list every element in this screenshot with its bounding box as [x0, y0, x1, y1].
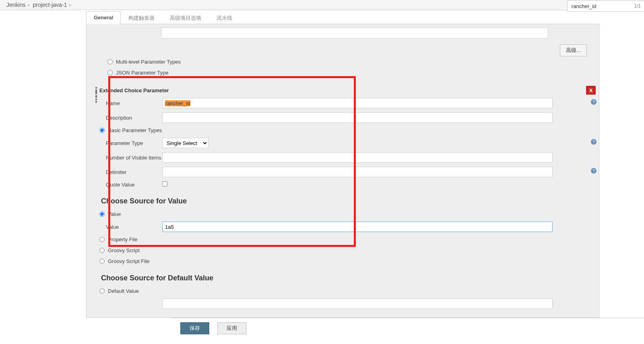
breadcrumb-jenkins[interactable]: Jenkins	[6, 2, 25, 8]
row-quote-value: Quote Value	[95, 179, 591, 190]
heading-choose-source-default: Choose Source for Default Value	[95, 267, 591, 286]
parameter-type-select[interactable]: Single Select	[162, 138, 208, 148]
radio-multi-level-input[interactable]	[107, 59, 113, 64]
find-in-page-pill: rancher_id 1/1	[567, 0, 644, 12]
tab-general[interactable]: General	[86, 11, 121, 24]
upper-block: 高级... Multi-level Parameter Types JSON P…	[87, 24, 599, 85]
radio-multi-level[interactable]: Multi-level Parameter Types	[99, 56, 587, 67]
find-in-page-count: 1/1	[634, 3, 641, 9]
radio-json[interactable]: JSON Parameter Type	[99, 67, 587, 78]
row-description: Description	[95, 110, 591, 125]
source-value-input[interactable]	[162, 222, 553, 232]
radio-source-groovy-file-input[interactable]	[99, 259, 105, 264]
radio-source-groovy-file-label: Groovy Script File	[108, 258, 149, 264]
name-input-value: rancher_id	[165, 100, 190, 106]
radio-source-value-input[interactable]	[99, 211, 105, 217]
name-input[interactable]: rancher_id	[162, 98, 553, 108]
apply-button[interactable]: 应用	[217, 322, 246, 334]
radio-json-input[interactable]	[107, 70, 113, 75]
radio-source-groovy-script[interactable]: Groovy Script	[95, 245, 591, 256]
save-button[interactable]: 保存	[180, 322, 209, 334]
radio-source-groovy-script-input[interactable]	[99, 248, 105, 253]
radio-source-groovy-script-label: Groovy Script	[108, 247, 140, 253]
radio-default-value-label: Default Value	[108, 288, 139, 294]
parameter-header-label: Extended Choice Parameter	[99, 87, 169, 93]
label-delimiter: Delimiter	[106, 169, 162, 175]
description-input[interactable]	[162, 112, 553, 123]
extended-choice-parameter-block: X Extended Choice Parameter Name rancher…	[87, 85, 599, 317]
radio-source-value[interactable]: Value	[95, 209, 591, 220]
drag-handle-icon[interactable]	[95, 87, 97, 93]
tab-advanced-options[interactable]: 高级项目选项	[162, 11, 209, 24]
row-visible-items: Number of Visible Items	[95, 150, 591, 165]
tab-strip: General 构建触发器 高级项目选项 流水线	[86, 11, 644, 24]
delimiter-input[interactable]	[162, 167, 553, 177]
label-quote-value: Quote Value	[106, 182, 162, 188]
help-icon[interactable]: ?	[591, 168, 597, 174]
label-name: Name	[106, 100, 162, 106]
help-icon[interactable]: ?	[591, 139, 597, 145]
radio-json-label: JSON Parameter Type	[116, 70, 169, 76]
heading-choose-source-value: Choose Source for Value	[95, 190, 591, 209]
radio-source-groovy-file[interactable]: Groovy Script File	[95, 256, 591, 267]
row-delimiter: Delimiter ?	[95, 165, 591, 179]
chevron-right-icon: ▸	[69, 2, 72, 8]
breadcrumb: Jenkins ▸ project-java-1 ▸ rancher_id 1/…	[0, 0, 644, 10]
radio-source-property-file-label: Property File	[108, 236, 138, 242]
tab-pipeline[interactable]: 流水线	[209, 11, 240, 24]
row-parameter-type: Parameter Type Single Select ?	[95, 136, 591, 150]
tab-build-triggers[interactable]: 构建触发器	[121, 11, 162, 24]
label-visible-items: Number of Visible Items	[106, 155, 162, 161]
radio-default-value-input[interactable]	[99, 288, 105, 294]
radio-basic-parameter-types-input[interactable]	[99, 128, 105, 133]
unknown-text-input[interactable]	[161, 27, 548, 39]
visible-items-input[interactable]	[162, 152, 553, 163]
help-icon[interactable]: ?	[591, 99, 597, 105]
row-name: Name rancher_id ?	[95, 96, 591, 110]
radio-source-value-label: Value	[108, 211, 121, 217]
breadcrumb-project[interactable]: project-java-1	[33, 2, 67, 8]
parameter-header: Extended Choice Parameter	[95, 87, 591, 96]
advanced-button[interactable]: 高级...	[560, 44, 587, 56]
radio-source-property-file-input[interactable]	[99, 237, 105, 242]
label-parameter-type: Parameter Type	[106, 140, 162, 146]
default-value-input[interactable]	[162, 298, 553, 309]
radio-basic-parameter-types-label: Basic Parameter Types	[108, 127, 162, 133]
quote-value-checkbox[interactable]	[162, 181, 167, 187]
radio-multi-level-label: Multi-level Parameter Types	[116, 59, 181, 65]
find-in-page-term: rancher_id	[572, 3, 596, 9]
label-source-value: Value	[106, 224, 162, 230]
bottom-button-bar: 保存 应用	[172, 318, 644, 337]
row-source-value: Value	[95, 220, 591, 234]
radio-basic-parameter-types[interactable]: Basic Parameter Types	[95, 125, 591, 136]
row-default-value	[95, 296, 591, 311]
label-description: Description	[106, 115, 162, 121]
chevron-right-icon: ▸	[28, 2, 30, 8]
radio-source-property-file[interactable]: Property File	[95, 234, 591, 245]
radio-default-value[interactable]: Default Value	[95, 286, 591, 296]
delete-parameter-button[interactable]: X	[586, 86, 596, 95]
